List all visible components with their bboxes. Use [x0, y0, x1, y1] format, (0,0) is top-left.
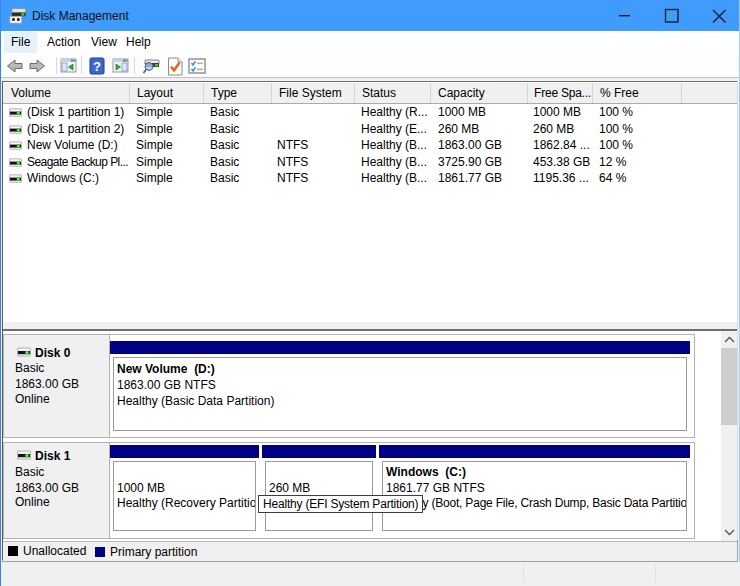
svg-text:?: ?	[93, 59, 101, 74]
